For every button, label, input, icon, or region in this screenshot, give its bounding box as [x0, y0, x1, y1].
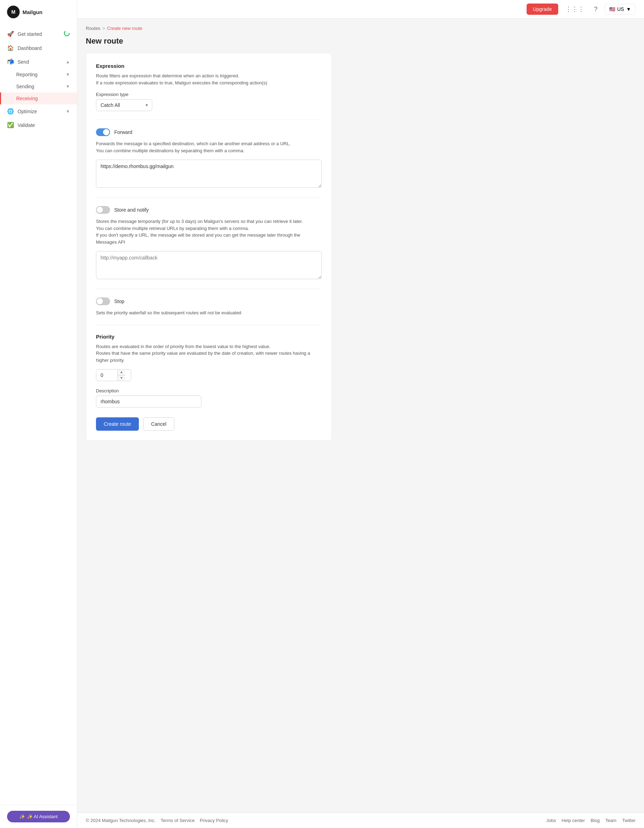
sidebar: M Mailgun 🚀 Get started 🏠 Dashboard [0, 0, 77, 828]
grid-icon-button[interactable]: ⋮⋮⋮ [563, 4, 587, 14]
chevron-down-icon: ▼ [66, 109, 70, 114]
form-card: Expression Route filters are expression … [86, 53, 332, 441]
forward-toggle-row: Forward [96, 128, 322, 136]
svg-point-2 [64, 31, 69, 36]
stop-label: Stop [114, 298, 124, 304]
chevron-up-icon: ▲ [66, 60, 70, 64]
store-textarea[interactable] [96, 251, 322, 279]
priority-input[interactable] [96, 370, 118, 381]
description-input[interactable] [96, 395, 201, 408]
sidebar-footer: ✨ ✨ AI Assistant [0, 805, 77, 828]
store-toggle[interactable] [96, 206, 110, 214]
sidebar-subitem-label: Receiving [16, 96, 38, 101]
forward-textarea[interactable]: https://demo.rhombus.gg/mailgun [96, 160, 322, 188]
store-toggle-row: Store and notify [96, 206, 322, 214]
sidebar-item-receiving[interactable]: Receiving [0, 93, 77, 104]
sidebar-nav: 🚀 Get started 🏠 Dashboard 📬 Send ▲ [0, 24, 77, 805]
breadcrumb-routes[interactable]: Routes [86, 26, 100, 31]
sidebar-item-validate[interactable]: ✅ Validate [0, 118, 77, 132]
topbar: Upgrade ⋮⋮⋮ ? 🇺🇸 US ▼ [77, 0, 644, 19]
sidebar-item-label: Validate [17, 122, 35, 128]
forward-label: Forward [114, 129, 132, 135]
toggle-knob [97, 207, 103, 213]
breadcrumb-current: Create new route [107, 26, 143, 31]
stop-toggle[interactable] [96, 298, 110, 305]
sidebar-item-sending[interactable]: Sending ▼ [0, 80, 77, 93]
chevron-down-icon: ▼ [66, 84, 70, 89]
footer-copyright: © 2024 Mailgun Technologies, Inc. Terms … [86, 818, 228, 823]
priority-input-wrapper: ▲ ▼ [96, 369, 131, 381]
forward-desc: Forwards the message to a specified dest… [96, 140, 322, 154]
sidebar-item-dashboard[interactable]: 🏠 Dashboard [0, 41, 77, 55]
expression-desc: Route filters are expression that determ… [96, 72, 322, 86]
locale-button[interactable]: 🇺🇸 US ▼ [605, 4, 636, 14]
chevron-down-icon: ▼ [626, 6, 631, 12]
store-desc: Stores the message temporarily (for up t… [96, 218, 322, 245]
divider-3 [96, 289, 322, 289]
page-content: Routes > Create new route New route Expr… [77, 19, 644, 812]
sidebar-item-get-started[interactable]: 🚀 Get started [0, 27, 77, 41]
stop-section: Stop Sets the priority waterfall so the … [96, 298, 322, 317]
locale-label: US [617, 6, 624, 12]
sidebar-subitem-label: Sending [16, 84, 34, 89]
footer-terms-link[interactable]: Terms of Service [161, 818, 195, 823]
expression-title: Expression [96, 63, 322, 69]
sidebar-item-send[interactable]: 📬 Send ▲ [0, 55, 77, 69]
footer-twitter-link[interactable]: Twitter [622, 818, 636, 823]
divider-1 [96, 119, 322, 120]
sidebar-item-label: Send [17, 59, 29, 65]
breadcrumb-separator: > [102, 26, 105, 31]
sidebar-item-label: Optimize [17, 109, 37, 114]
expression-type-select[interactable]: Catch All Match Recipient Match Header C… [96, 99, 152, 111]
description-section: Description [96, 388, 322, 408]
sidebar-item-reporting[interactable]: Reporting ▼ [0, 69, 77, 80]
footer-blog-link[interactable]: Blog [591, 818, 600, 823]
priority-title: Priority [96, 334, 322, 340]
validate-icon: ✅ [7, 122, 14, 128]
logo-text: Mailgun [22, 9, 42, 15]
page-title: New route [86, 36, 636, 46]
create-route-button[interactable]: Create route [96, 417, 139, 431]
sidebar-item-optimize[interactable]: 🌐 Optimize ▼ [0, 104, 77, 118]
cancel-button[interactable]: Cancel [143, 417, 175, 431]
svg-text:M: M [11, 9, 16, 15]
priority-spinners: ▲ ▼ [118, 370, 125, 381]
divider-4 [96, 325, 322, 325]
upgrade-button[interactable]: Upgrade [526, 3, 558, 15]
main-area: Upgrade ⋮⋮⋮ ? 🇺🇸 US ▼ Routes > Create ne… [77, 0, 644, 828]
send-icon: 📬 [7, 58, 14, 65]
footer-team-link[interactable]: Team [605, 818, 617, 823]
expression-type-label: Expression type [96, 92, 322, 97]
dashboard-icon: 🏠 [7, 45, 14, 51]
store-label: Store and notify [114, 207, 149, 213]
ai-assistant-label: ✨ AI Assistant [27, 814, 58, 819]
forward-section: Forward Forwards the message to a specif… [96, 128, 322, 189]
store-section: Store and notify Stores the message temp… [96, 206, 322, 280]
help-icon: ? [594, 6, 598, 13]
ai-assistant-button[interactable]: ✨ ✨ AI Assistant [7, 811, 70, 822]
ai-icon: ✨ [19, 814, 25, 819]
sidebar-subitem-label: Reporting [16, 72, 38, 77]
divider-2 [96, 197, 322, 198]
priority-desc: Routes are evaluated in the order of pri… [96, 343, 322, 364]
loading-spinner-icon [64, 30, 70, 38]
footer-privacy-link[interactable]: Privacy Policy [200, 818, 228, 823]
sidebar-item-label: Get started [17, 31, 42, 37]
help-icon-button[interactable]: ? [591, 4, 600, 14]
page-footer: © 2024 Mailgun Technologies, Inc. Terms … [77, 812, 644, 828]
toggle-knob [103, 129, 109, 135]
priority-section: Priority Routes are evaluated in the ord… [96, 334, 322, 381]
stop-toggle-row: Stop [96, 298, 322, 305]
footer-helpcenter-link[interactable]: Help center [561, 818, 584, 823]
priority-increment-button[interactable]: ▲ [118, 370, 125, 375]
footer-jobs-link[interactable]: Jobs [546, 818, 556, 823]
footer-right-links: Jobs Help center Blog Team Twitter [546, 818, 636, 823]
get-started-icon: 🚀 [7, 31, 14, 37]
expression-type-wrapper: Catch All Match Recipient Match Header C… [96, 99, 152, 111]
optimize-icon: 🌐 [7, 108, 14, 114]
action-buttons: Create route Cancel [96, 417, 322, 431]
priority-decrement-button[interactable]: ▼ [118, 375, 125, 381]
logo-area: M Mailgun [0, 0, 77, 24]
forward-toggle[interactable] [96, 128, 110, 136]
breadcrumb: Routes > Create new route [86, 26, 636, 31]
